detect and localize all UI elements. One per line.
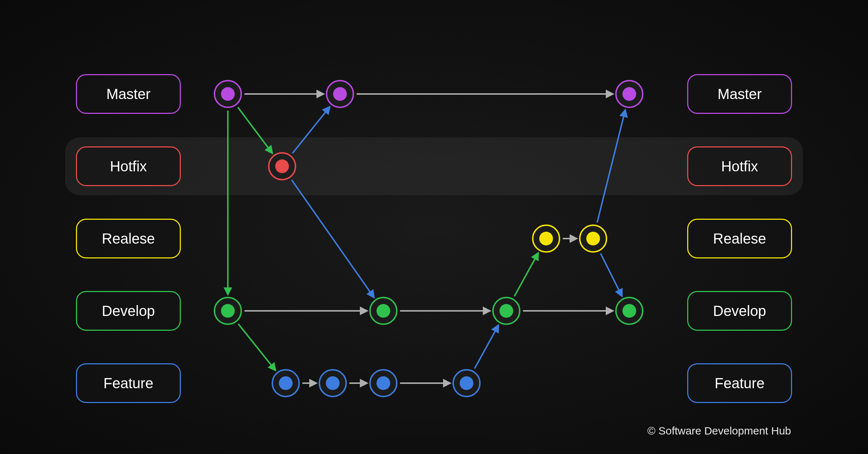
branch-label-release-left: Realese [76, 219, 181, 258]
commit-m1-dot [221, 87, 235, 101]
commit-r2 [579, 224, 607, 253]
commit-f2-dot [326, 376, 340, 390]
branch-label-text: Master [106, 86, 150, 102]
edge-h1-d2 [292, 180, 374, 297]
commit-d3-dot [499, 304, 513, 318]
edge-f4-d3 [475, 325, 498, 368]
branch-label-master-left: Master [76, 74, 181, 114]
commit-d1 [214, 297, 242, 325]
copyright-text: © Software Development Hub [647, 425, 791, 437]
branch-label-master-right: Master [687, 74, 792, 114]
commit-d2 [369, 297, 397, 325]
commit-d4 [615, 297, 643, 325]
edge-d1-f1 [238, 324, 276, 370]
branch-label-develop-left: Develop [76, 291, 181, 331]
commit-r1 [532, 224, 560, 253]
commit-d4-dot [622, 304, 636, 318]
commit-d1-dot [221, 304, 235, 318]
commit-m3-dot [622, 87, 636, 101]
commit-f3 [369, 369, 397, 397]
gitflow-diagram: MasterMasterHotfixHotfixRealeseRealeseDe… [0, 0, 868, 454]
commit-r2-dot [586, 232, 600, 245]
branch-label-text: Feature [715, 375, 765, 391]
commit-r1-dot [539, 232, 553, 245]
branch-label-text: Realese [713, 231, 766, 247]
branch-label-text: Develop [713, 303, 766, 319]
commit-f1-dot [279, 376, 293, 390]
branch-label-feature-right: Feature [687, 363, 792, 403]
branch-label-feature-left: Feature [76, 363, 181, 403]
branch-label-develop-right: Develop [687, 291, 792, 331]
commit-m2-dot [333, 87, 347, 101]
branch-label-text: Feature [103, 375, 153, 391]
commit-f2 [319, 369, 347, 397]
branch-label-text: Develop [102, 303, 155, 319]
commit-h1-dot [275, 159, 289, 173]
branch-label-hotfix-right: Hotfix [687, 146, 792, 186]
commit-h1 [268, 152, 296, 180]
branch-label-release-right: Realese [687, 219, 792, 258]
branch-label-hotfix-left: Hotfix [76, 146, 181, 186]
commit-f4-dot [460, 376, 473, 390]
commit-d2-dot [376, 304, 390, 318]
commit-f4 [452, 369, 481, 397]
commit-m3 [615, 80, 643, 108]
edge-r2-d4 [601, 253, 622, 296]
commit-d3 [492, 297, 520, 325]
commit-f3-dot [376, 376, 390, 390]
commit-m2 [326, 80, 354, 108]
commit-m1 [214, 80, 242, 108]
branch-label-text: Realese [102, 231, 155, 247]
commit-f1 [272, 369, 300, 397]
branch-label-text: Hotfix [721, 158, 758, 175]
branch-label-text: Master [718, 86, 762, 102]
branch-label-text: Hotfix [110, 158, 147, 175]
edge-d3-r1 [514, 253, 538, 296]
